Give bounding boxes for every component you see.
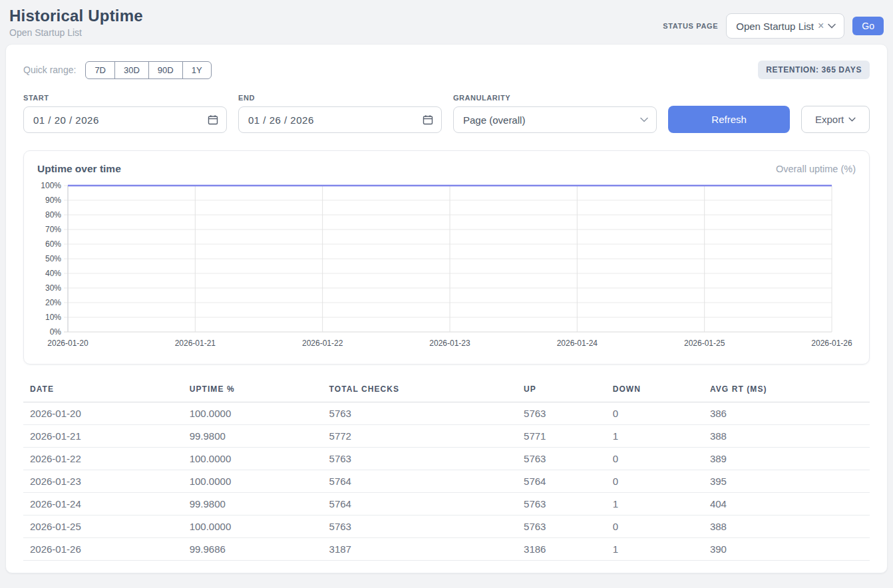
table-row: 2026-01-23100.0000576457640395 (23, 470, 870, 493)
svg-text:2026-01-22: 2026-01-22 (302, 339, 343, 348)
svg-text:2026-01-24: 2026-01-24 (557, 339, 598, 348)
status-page-label: STATUS PAGE (663, 22, 718, 30)
table-cell: 5771 (518, 425, 608, 448)
page-subtitle: Open Startup List (9, 27, 143, 38)
table-header-cell: TOTAL CHECKS (324, 380, 519, 402)
table-cell: 2026-01-25 (23, 515, 184, 538)
quick-range-90d-button[interactable]: 90D (148, 61, 183, 79)
export-button[interactable]: Export (801, 106, 870, 133)
svg-text:2026-01-23: 2026-01-23 (429, 339, 470, 348)
calendar-icon[interactable] (423, 114, 433, 125)
table-cell: 5763 (324, 448, 519, 470)
start-date-input[interactable]: 01 / 20 / 2026 (23, 106, 227, 133)
table-cell: 386 (705, 402, 870, 425)
svg-text:60%: 60% (45, 239, 61, 249)
go-button[interactable]: Go (852, 17, 884, 35)
table-cell: 5764 (324, 493, 519, 515)
clear-icon[interactable]: × (818, 21, 824, 31)
table-cell: 5763 (518, 448, 608, 470)
svg-text:20%: 20% (45, 298, 61, 307)
status-page-controls: STATUS PAGE Open Startup List × Go (663, 13, 884, 39)
main-panel: Quick range: 7D 30D 90D 1Y RETENTION: 36… (5, 44, 888, 573)
chart-header: Uptime over time Overall uptime (%) (37, 163, 856, 175)
table-row: 2026-01-22100.0000576357630389 (23, 448, 870, 470)
start-date-value: 01 / 20 / 2026 (33, 114, 99, 126)
svg-text:40%: 40% (45, 269, 61, 278)
granularity-field: GRANULARITY Page (overall) (453, 94, 657, 133)
table-cell: 390 (705, 538, 870, 561)
table-cell: 2026-01-21 (23, 425, 184, 448)
table-row: 2026-01-2699.9686318731861390 (23, 538, 870, 561)
table-cell: 1 (608, 538, 705, 561)
table-cell: 5764 (324, 470, 519, 493)
svg-text:2026-01-21: 2026-01-21 (175, 339, 216, 348)
svg-text:100%: 100% (41, 181, 61, 190)
chevron-down-icon (828, 23, 836, 29)
table-cell: 3186 (518, 538, 608, 561)
chart-legend: Overall uptime (%) (776, 164, 856, 174)
table-cell: 5763 (518, 493, 608, 515)
filter-form-row: START 01 / 20 / 2026 END 01 / 26 / 2026 … (23, 94, 870, 133)
end-date-input[interactable]: 01 / 26 / 2026 (238, 106, 442, 133)
chevron-down-icon (848, 117, 856, 122)
granularity-label: GRANULARITY (453, 94, 657, 102)
table-cell: 2026-01-22 (23, 448, 184, 470)
refresh-button[interactable]: Refresh (668, 106, 790, 133)
status-page-value: Open Startup List (736, 21, 814, 32)
table-cell: 5764 (518, 470, 608, 493)
table-cell: 5763 (518, 515, 608, 538)
quick-range-group: 7D 30D 90D 1Y (85, 61, 211, 79)
table-cell: 2026-01-23 (23, 470, 184, 493)
table-header-cell: UP (518, 380, 608, 402)
svg-text:2026-01-20: 2026-01-20 (47, 339, 89, 348)
table-cell: 5763 (518, 402, 608, 425)
top-header: Historical Uptime Open Startup List STAT… (0, 0, 893, 44)
quick-range-row: Quick range: 7D 30D 90D 1Y RETENTION: 36… (23, 61, 870, 79)
table-cell: 5763 (324, 515, 519, 538)
table-cell: 1 (608, 493, 705, 515)
table-cell: 404 (705, 493, 870, 515)
start-date-field: START 01 / 20 / 2026 (23, 94, 227, 133)
uptime-table: DATEUPTIME %TOTAL CHECKSUPDOWNAVG RT (MS… (23, 380, 870, 561)
table-cell: 99.9686 (184, 538, 324, 561)
table-header-cell: DATE (23, 380, 184, 402)
page-title: Historical Uptime (9, 7, 143, 25)
line-chart-svg: 100%90%80%70%60%50%40%30%20%10%0%2026-01… (37, 180, 856, 352)
end-date-label: END (238, 94, 442, 102)
svg-text:10%: 10% (45, 313, 61, 322)
svg-text:2026-01-26: 2026-01-26 (811, 339, 852, 348)
table-cell: 1 (608, 425, 705, 448)
table-cell: 100.0000 (184, 470, 324, 493)
granularity-value: Page (overall) (463, 114, 525, 126)
quick-range-1y-button[interactable]: 1Y (182, 61, 212, 79)
granularity-select[interactable]: Page (overall) (453, 106, 657, 133)
table-cell: 99.9800 (184, 493, 324, 515)
chevron-down-icon (640, 117, 648, 122)
quick-range-30d-button[interactable]: 30D (114, 61, 149, 79)
svg-text:90%: 90% (45, 196, 61, 205)
export-label: Export (815, 114, 844, 125)
table-cell: 388 (705, 515, 870, 538)
title-block: Historical Uptime Open Startup List (9, 7, 143, 38)
svg-text:70%: 70% (45, 225, 61, 234)
uptime-chart-card: Uptime over time Overall uptime (%) 100%… (23, 150, 870, 365)
quick-range-7d-button[interactable]: 7D (85, 61, 115, 79)
table-cell: 100.0000 (184, 448, 324, 470)
uptime-chart: 100%90%80%70%60%50%40%30%20%10%0%2026-01… (37, 180, 856, 352)
table-row: 2026-01-20100.0000576357630386 (23, 402, 870, 425)
end-date-value: 01 / 26 / 2026 (248, 114, 314, 126)
table-cell: 5763 (324, 402, 519, 425)
svg-text:0%: 0% (50, 327, 62, 337)
table-row: 2026-01-25100.0000576357630388 (23, 515, 870, 538)
table-cell: 0 (608, 402, 705, 425)
table-cell: 3187 (324, 538, 519, 561)
calendar-icon[interactable] (208, 114, 218, 125)
svg-text:50%: 50% (45, 254, 61, 263)
end-date-field: END 01 / 26 / 2026 (238, 94, 442, 133)
table-header-cell: DOWN (608, 380, 705, 402)
status-page-select[interactable]: Open Startup List × (726, 13, 844, 39)
table-header-cell: UPTIME % (184, 380, 324, 402)
table-body: 2026-01-20100.00005763576303862026-01-21… (23, 402, 870, 561)
table-cell: 5772 (324, 425, 519, 448)
quick-range-label: Quick range: (23, 65, 76, 75)
